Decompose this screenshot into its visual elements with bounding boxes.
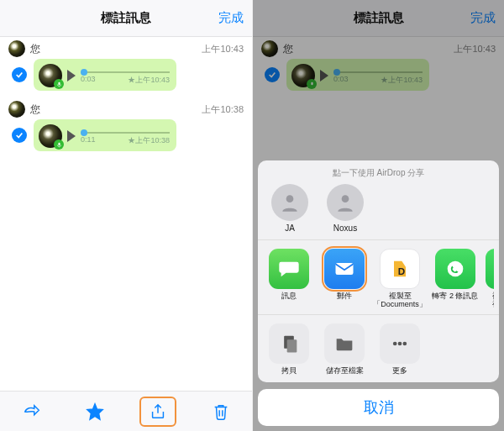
svg-point-4: [342, 196, 349, 203]
voice-duration: 0:11: [81, 135, 96, 146]
play-icon[interactable]: [67, 70, 76, 81]
share-action-label: 拷貝: [281, 367, 297, 376]
voice-bubble[interactable]: 0:11 ★上午10:38: [34, 119, 176, 151]
share-sheet: 點一下使用 AirDrop 分享 JA Noxus: [258, 160, 499, 426]
message-row: 您 上午10:43 0:03 ★上午10:43: [0, 37, 252, 91]
airdrop-row: JA Noxus: [263, 184, 494, 238]
share-card: 點一下使用 AirDrop 分享 JA Noxus: [258, 160, 499, 382]
svg-point-11: [398, 342, 402, 346]
share-app-messages[interactable]: 訊息: [263, 249, 315, 309]
share-button[interactable]: [139, 397, 176, 427]
svg-point-3: [286, 196, 294, 203]
airdrop-name: Noxus: [333, 223, 357, 233]
voice-avatar: [39, 124, 62, 148]
forward-button[interactable]: [13, 397, 50, 427]
left-screenshot: 標註訊息 完成 您 上午10:43 0:03 ★上午1: [0, 0, 252, 431]
partial-icon: [486, 249, 494, 289]
voice-bubble[interactable]: 0:03 ★上午10:43: [34, 59, 176, 91]
airdrop-person[interactable]: JA: [266, 184, 313, 233]
airdrop-name: JA: [285, 223, 295, 233]
share-app-documents[interactable]: D 複製至 「Documents」: [374, 249, 426, 309]
share-app-mail[interactable]: 郵件: [318, 249, 370, 309]
bottom-toolbar: [0, 391, 252, 431]
star-button[interactable]: [76, 397, 113, 427]
person-avatar-icon: [327, 184, 364, 221]
voice-track[interactable]: 0:11 ★上午10:38: [81, 127, 170, 146]
avatar: [8, 101, 25, 118]
share-app-label: 複 視: [492, 292, 495, 309]
header-bar: 標註訊息 完成: [0, 0, 252, 37]
svg-point-10: [393, 342, 397, 346]
share-app-label: 郵件: [337, 292, 352, 301]
svg-point-7: [448, 261, 464, 277]
share-app-partial[interactable]: 複 視: [485, 249, 494, 309]
share-app-label: 轉寄 2 條訊息: [432, 292, 478, 301]
share-action-label: 儲存至檔案: [326, 367, 364, 376]
play-icon[interactable]: [67, 130, 76, 142]
copy-icon: [269, 323, 309, 364]
person-avatar-icon: [271, 184, 308, 221]
checkmark-icon[interactable]: [12, 128, 27, 143]
message-time: 上午10:38: [202, 103, 244, 116]
share-action-row: 拷貝 儲存至檔案 更多: [263, 317, 494, 379]
svg-rect-0: [58, 81, 60, 85]
share-action-copy[interactable]: 拷貝: [263, 323, 315, 376]
svg-text:D: D: [398, 265, 405, 276]
message-row: 您 上午10:38 0:11 ★上午10:38: [0, 97, 252, 151]
voice-avatar: [39, 64, 62, 87]
share-app-label: 訊息: [281, 292, 297, 301]
share-action-label: 更多: [392, 367, 407, 376]
documents-icon: D: [380, 249, 420, 289]
svg-rect-5: [336, 263, 354, 275]
avatar: [8, 40, 25, 57]
message-time: 上午10:43: [202, 43, 244, 55]
checkmark-icon[interactable]: [12, 67, 27, 82]
sender-name: 您: [30, 42, 202, 56]
airdrop-title: 點一下使用 AirDrop 分享: [263, 167, 494, 179]
share-action-savefiles[interactable]: 儲存至檔案: [318, 323, 370, 376]
cancel-button[interactable]: 取消: [258, 389, 499, 426]
mail-icon: [324, 249, 365, 289]
voice-track[interactable]: 0:03 ★上午10:43: [81, 66, 170, 86]
voice-stamp: ★上午10:38: [128, 135, 170, 146]
done-button[interactable]: 完成: [218, 10, 244, 26]
share-action-more[interactable]: 更多: [374, 323, 426, 376]
svg-rect-9: [287, 339, 297, 352]
share-app-label: 複製至 「Documents」: [373, 292, 427, 309]
voice-stamp: ★上午10:43: [128, 75, 170, 86]
share-app-whatsapp[interactable]: 轉寄 2 條訊息: [429, 249, 481, 309]
svg-rect-1: [58, 142, 60, 145]
share-app-row: 訊息 郵件 D 複製至 「Documents」 轉寄 2 條訊息: [263, 242, 494, 313]
right-screenshot: 標註訊息 完成 您 上午10:43 0:03 ★上午10:43: [252, 0, 504, 431]
whatsapp-icon: [435, 249, 475, 289]
folder-icon: [324, 323, 365, 364]
sender-name: 您: [30, 102, 202, 117]
delete-button[interactable]: [202, 397, 239, 427]
voice-duration: 0:03: [81, 75, 96, 86]
airdrop-person[interactable]: Noxus: [322, 184, 369, 233]
header-title: 標註訊息: [101, 10, 151, 26]
more-icon: [380, 323, 420, 364]
messages-icon: [269, 249, 309, 289]
svg-point-12: [403, 342, 407, 346]
